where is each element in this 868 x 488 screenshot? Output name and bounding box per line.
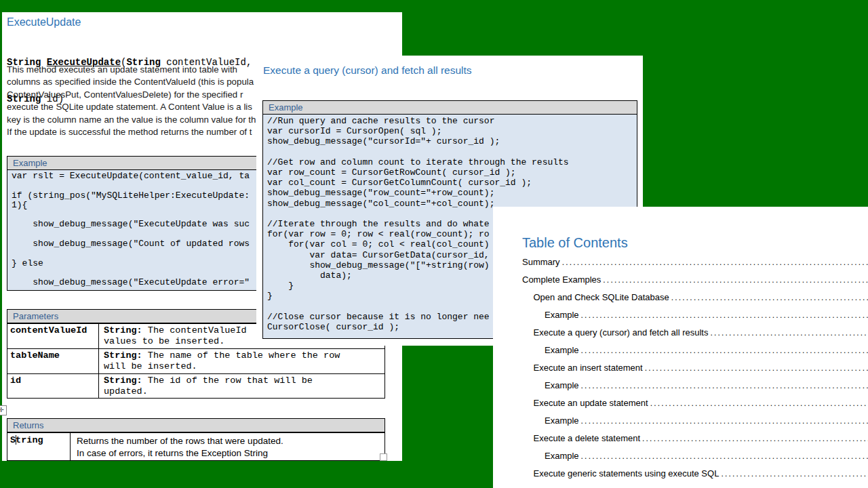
toc-entry[interactable]: Execute a query (cursor) and fetch all r… bbox=[493, 327, 868, 345]
text-segment: values to be inserted. bbox=[104, 336, 224, 346]
code-line: //Run query and cache results to the cur… bbox=[267, 116, 637, 126]
returns-row: String Returns the number of the rows th… bbox=[7, 432, 384, 460]
paragraph-line: If the update is successful the method r… bbox=[7, 126, 256, 138]
returns-label: Returns bbox=[13, 420, 44, 430]
text-segment: The contentValueId bbox=[142, 325, 247, 336]
toc-dot-leader: ........................................… bbox=[710, 328, 868, 338]
toc-entry-label: Example bbox=[545, 451, 579, 461]
toc-dot-leader: ........................................… bbox=[581, 451, 868, 461]
toc-entry-label: Example bbox=[545, 310, 579, 320]
table-move-icon[interactable]: ✛ bbox=[0, 405, 7, 415]
toc-list: Summary.................................… bbox=[493, 257, 868, 486]
parameter-description-line: will be inserted. bbox=[104, 361, 380, 372]
resize-handle-icon[interactable] bbox=[380, 453, 387, 461]
parameter-row: tableNameString: The name of the table w… bbox=[7, 348, 384, 373]
toc-dot-leader: ........................................… bbox=[645, 363, 868, 373]
toc-entry[interactable]: Execute an update statement.............… bbox=[493, 398, 868, 415]
toc-dot-leader: ........................................… bbox=[650, 399, 868, 408]
returns-description: Returns the number of the rows that were… bbox=[71, 433, 384, 460]
code-line: show_debug_message("cursorId="+ cursor_i… bbox=[267, 136, 637, 146]
text-segment: The id of the row that will be bbox=[142, 375, 313, 386]
toc-entry-label: Example bbox=[545, 415, 579, 426]
parameters-label: Parameters bbox=[13, 311, 58, 321]
toc-dot-leader: ........................................… bbox=[581, 381, 868, 390]
toc-dot-leader: ........................................… bbox=[581, 310, 868, 320]
toc-entry[interactable]: Example.................................… bbox=[493, 415, 868, 433]
parameter-name: id bbox=[7, 374, 99, 399]
paragraph-line: execute the SQLite update statement. A C… bbox=[7, 101, 256, 113]
parameter-row: idString: The id of the row that will be… bbox=[7, 373, 384, 399]
text-cursor bbox=[16, 435, 16, 445]
toc-entry-label: Example bbox=[545, 380, 579, 390]
text-segment: String: bbox=[104, 350, 142, 361]
parameter-description-line: String: The name of the table where the … bbox=[104, 350, 380, 361]
text-segment: String: bbox=[104, 325, 142, 336]
example-table-header: Example bbox=[263, 101, 637, 115]
toc-entry-label: Execute an update statement bbox=[534, 398, 648, 408]
toc-title: Table of Contents bbox=[522, 235, 628, 251]
code-line: var col_count = CursorGetColumnCount( cu… bbox=[267, 178, 637, 188]
code-line: //Get row and column count to iterate th… bbox=[267, 157, 637, 167]
toc-dot-leader: ........................................… bbox=[721, 469, 868, 479]
toc-entry-label: Execute generic statements using execute… bbox=[534, 468, 719, 479]
toc-entry[interactable]: Summary.................................… bbox=[493, 257, 868, 274]
code-line bbox=[267, 147, 637, 157]
toc-dot-leader: ........................................… bbox=[562, 258, 868, 267]
toc-entry-label: Execute a delete statement bbox=[534, 433, 641, 443]
table-move-glyph: ✛ bbox=[0, 406, 4, 413]
window-table-of-contents[interactable]: Table of Contents Summary...............… bbox=[493, 207, 868, 488]
desktop-background: ExecuteUpdate String ExecuteUpdate(Strin… bbox=[0, 0, 868, 488]
code-line: show_debug_message("row_count="+row_coun… bbox=[267, 188, 637, 198]
toc-entry-label: Complete Examples bbox=[522, 274, 601, 285]
toc-entry-label: Summary bbox=[522, 257, 560, 267]
text-segment: updated. bbox=[104, 386, 148, 396]
parameter-description: String: The id of the row that will beup… bbox=[99, 374, 384, 399]
returns-description-line: Returns the number of the rows that were… bbox=[77, 435, 380, 447]
returns-table: Returns String Returns the number of the… bbox=[7, 418, 385, 461]
toc-entry[interactable]: Example.................................… bbox=[493, 380, 868, 398]
toc-entry[interactable]: Example.................................… bbox=[493, 345, 868, 363]
parameter-description: String: The name of the table where the … bbox=[99, 349, 384, 373]
parameter-name: tableName bbox=[7, 349, 99, 373]
paragraph-line: ContentValuesPut, ContentValuesDelete) f… bbox=[7, 89, 256, 101]
text-segment: will be inserted. bbox=[104, 361, 197, 371]
toc-entry-label: Execute an insert statement bbox=[534, 363, 643, 373]
toc-dot-leader: ........................................… bbox=[671, 293, 868, 302]
toc-entry-label: Execute a query (cursor) and fetch all r… bbox=[534, 327, 709, 338]
toc-entry[interactable]: Open and Check SQLite Database..........… bbox=[493, 292, 868, 310]
example-label: Example bbox=[269, 102, 303, 113]
toc-dot-leader: ........................................… bbox=[581, 346, 868, 355]
paragraph-line: This method executes an update statement… bbox=[7, 64, 256, 76]
toc-entry[interactable]: Example.................................… bbox=[493, 310, 868, 327]
toc-entry[interactable]: Example.................................… bbox=[493, 451, 868, 468]
toc-entry[interactable]: Execute an insert statement.............… bbox=[493, 363, 868, 380]
paragraph-line: key is the column name an the value is t… bbox=[7, 114, 256, 126]
toc-dot-leader: ........................................… bbox=[642, 434, 868, 443]
code-line: var cursorId = CursorOpen( sql ); bbox=[267, 126, 637, 136]
toc-entry[interactable]: Execute a delete statement..............… bbox=[493, 433, 868, 451]
toc-entry[interactable]: Execute generic statements using execute… bbox=[493, 468, 868, 486]
parameter-description-line: updated. bbox=[104, 386, 380, 397]
text-segment: The name of the table where the row bbox=[142, 350, 340, 361]
code-line: var row_count = CursorGetRowCount( curso… bbox=[267, 167, 637, 178]
toc-dot-leader: ........................................… bbox=[581, 416, 868, 426]
returns-description-line: In case of errors, it returns the Except… bbox=[77, 447, 380, 460]
description-paragraph: This method executes an update statement… bbox=[7, 64, 256, 138]
toc-entry-label: Open and Check SQLite Database bbox=[534, 292, 669, 302]
paragraph-line: columns as specified inside the ContentV… bbox=[7, 76, 256, 88]
returns-type-cell[interactable]: String bbox=[7, 433, 71, 460]
parameter-name: contentValueId bbox=[7, 324, 99, 348]
text-segment: String: bbox=[104, 375, 142, 386]
parameter-description-line: String: The id of the row that will be bbox=[104, 375, 380, 386]
toc-dot-leader: ........................................… bbox=[603, 275, 868, 285]
toc-entry[interactable]: Complete Examples.......................… bbox=[493, 274, 868, 292]
example-label: Example bbox=[13, 158, 47, 168]
page-title-query-cursor: Execute a query (cursor) and fetch all r… bbox=[263, 64, 472, 77]
toc-entry-label: Example bbox=[545, 345, 579, 355]
returns-table-header: Returns bbox=[7, 419, 384, 432]
page-title-executeupdate: ExecuteUpdate bbox=[7, 16, 81, 28]
